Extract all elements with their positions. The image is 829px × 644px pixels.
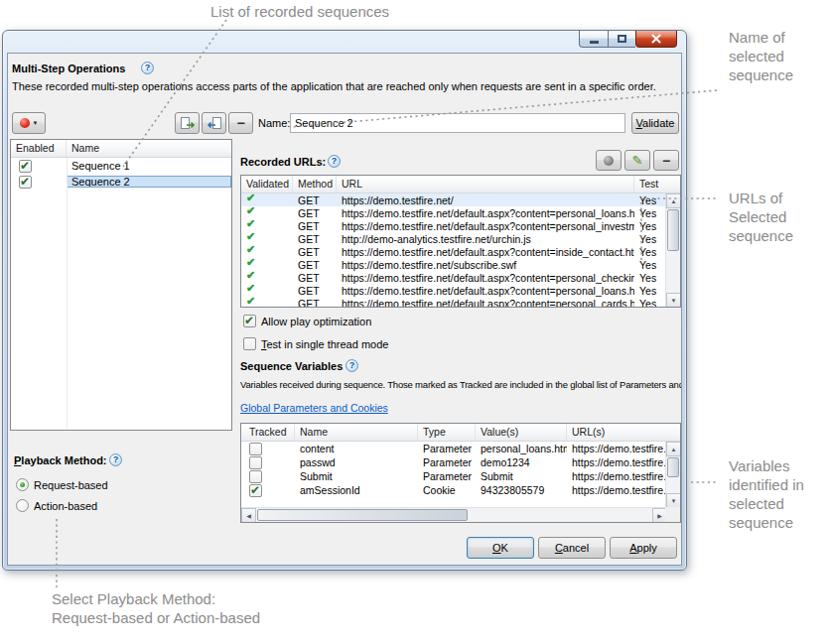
url-row[interactable]: GET https://demo.testfire.net/default.as… (241, 271, 680, 284)
column-name[interactable]: Name (67, 140, 231, 157)
sequence-enabled-checkbox[interactable] (19, 160, 32, 173)
sequence-row[interactable]: Sequence 1 (11, 158, 231, 174)
column-method[interactable]: Method (293, 176, 337, 193)
playback-option-label: Action-based (34, 500, 97, 512)
playback-option[interactable]: Action-based (16, 499, 108, 512)
scroll-up-icon[interactable]: ▲ (666, 193, 681, 208)
url-row[interactable]: GET https://demo.testfire.net/subscribe.… (241, 258, 680, 271)
annotation-variables: Variables identified in selected sequenc… (729, 456, 812, 532)
scroll-up-icon[interactable]: ▲ (666, 442, 681, 456)
url-value: https://demo.testfire.net/default.aspx?c… (337, 272, 634, 284)
scroll-down-icon[interactable]: ▼ (666, 293, 681, 308)
tracked-checkbox[interactable] (249, 456, 262, 469)
maximize-icon (618, 35, 626, 43)
scroll-thumb[interactable] (667, 457, 679, 477)
column-tracked[interactable]: Tracked (241, 424, 295, 441)
playback-radio[interactable] (16, 499, 29, 512)
url-test: Yes (634, 285, 666, 297)
scroll-thumb[interactable] (257, 509, 468, 521)
window-titlebar[interactable] (3, 31, 686, 53)
sequence-name[interactable]: Sequence 1 (67, 160, 231, 172)
playback-option[interactable]: Request-based (16, 478, 108, 491)
validated-check-icon (246, 270, 260, 283)
url-row[interactable]: GET https://demo.testfire.net/default.as… (241, 284, 680, 297)
tracked-checkbox[interactable] (249, 484, 262, 497)
column-var-values[interactable]: Value(s) (476, 424, 567, 441)
sequence-variables-table[interactable]: Tracked Name Type Value(s) URL(s) conten… (240, 423, 681, 523)
remove-url-button[interactable]: − (653, 150, 679, 171)
help-icon-multi-step[interactable]: ? (141, 62, 154, 74)
variable-urls: https://demo.testfire.net/ba (567, 456, 666, 468)
help-icon-recorded-urls[interactable]: ? (328, 155, 341, 168)
screenshot-root: List of recorded sequences Name of selec… (0, 0, 829, 644)
url-row[interactable]: GET https://demo.testfire.net/ Yes (241, 193, 680, 206)
record-icon (20, 118, 30, 128)
variable-row[interactable]: amSessionId Cookie 94323805579 https://d… (241, 483, 680, 497)
help-icon-sequence-variables[interactable]: ? (345, 359, 358, 372)
column-test[interactable]: Test (634, 176, 666, 193)
column-enabled[interactable]: Enabled (11, 140, 67, 157)
validate-button[interactable]: Validate (631, 112, 679, 134)
variable-row[interactable]: content Parameter personal_loans.htm htt… (241, 442, 680, 455)
variable-type: Cookie (418, 484, 476, 496)
allow-play-option[interactable]: Allow play optimization (243, 315, 371, 327)
apply-button[interactable]: Apply (610, 537, 677, 559)
column-var-urls[interactable]: URL(s) (567, 424, 666, 441)
recorded-urls-table[interactable]: Validated Method URL Test GET https://de… (240, 175, 681, 308)
url-row[interactable]: GET https://demo.testfire.net/default.as… (241, 206, 680, 219)
url-row[interactable]: GET https://demo.testfire.net/default.as… (241, 297, 680, 308)
export-sequence-button[interactable] (175, 112, 200, 134)
scroll-down-icon[interactable]: ▼ (666, 493, 681, 508)
name-label: Name: (258, 117, 290, 129)
tracked-checkbox[interactable] (249, 443, 262, 455)
cancel-button[interactable]: Cancel (538, 537, 606, 559)
edit-url-button[interactable]: ✎ (624, 150, 650, 171)
url-row[interactable]: GET https://demo.testfire.net/default.as… (241, 245, 680, 258)
sequence-name-input[interactable] (290, 113, 625, 133)
close-button[interactable] (635, 31, 677, 48)
column-url[interactable]: URL (337, 176, 634, 193)
column-var-type[interactable]: Type (418, 424, 476, 441)
sequence-list[interactable]: Enabled Name Sequence 1 Sequence 2 (10, 139, 232, 431)
help-icon-playback-method[interactable]: ? (109, 453, 122, 466)
scroll-left-icon[interactable]: ◀ (241, 508, 256, 523)
maximize-button[interactable] (608, 31, 635, 48)
minimize-button[interactable] (579, 31, 608, 48)
playback-radio[interactable] (16, 478, 29, 491)
variable-row[interactable]: passwd Parameter demo1234 https://demo.t… (241, 455, 680, 469)
ok-button[interactable]: OK (467, 537, 534, 559)
allow-play-checkbox[interactable] (243, 315, 256, 327)
dialog-client-area: Multi-Step Operations ? These recorded m… (7, 53, 682, 566)
single-thread-option[interactable]: Test in single thread mode (243, 337, 388, 350)
url-value: https://demo.testfire.net/default.aspx?c… (337, 207, 634, 219)
urls-vertical-scrollbar[interactable]: ▲ ▼ (665, 193, 680, 308)
validate-button-label: Validate (636, 117, 675, 129)
variables-horizontal-scrollbar[interactable]: ◀ ▶ (241, 507, 667, 522)
single-thread-checkbox[interactable] (243, 337, 256, 350)
sequence-enabled-checkbox[interactable] (19, 176, 32, 189)
url-value: https://demo.testfire.net/ (337, 194, 634, 206)
global-parameters-link[interactable]: Global Parameters and Cookies (240, 402, 388, 414)
window-controls (579, 31, 677, 48)
pencil-icon: ✎ (632, 153, 643, 168)
url-row[interactable]: GET http://demo-analytics.testfire.net/u… (241, 232, 680, 245)
scroll-thumb[interactable] (667, 209, 679, 251)
url-row[interactable]: GET https://demo.testfire.net/default.as… (241, 219, 680, 232)
tracked-checkbox[interactable] (249, 470, 262, 483)
sequence-rows: Sequence 1 Sequence 2 (11, 158, 231, 431)
variable-row[interactable]: Submit Parameter Submit https://demo.tes… (241, 469, 680, 483)
column-validated[interactable]: Validated (241, 176, 293, 193)
remove-sequence-button[interactable]: − (228, 112, 253, 134)
sequence-name[interactable]: Sequence 2 (67, 176, 231, 188)
column-var-name[interactable]: Name (295, 424, 418, 441)
close-icon (651, 34, 661, 44)
validated-check-icon (246, 218, 260, 231)
sequence-row[interactable]: Sequence 2 (11, 174, 231, 190)
record-disabled-icon (604, 156, 614, 166)
variables-vertical-scrollbar[interactable]: ▲ ▼ (665, 442, 680, 508)
variable-name: Submit (295, 470, 418, 482)
import-sequence-button[interactable] (202, 112, 226, 134)
record-sequence-button[interactable]: ▼ (12, 112, 46, 134)
url-method: GET (293, 298, 337, 309)
record-url-button[interactable] (596, 150, 622, 171)
